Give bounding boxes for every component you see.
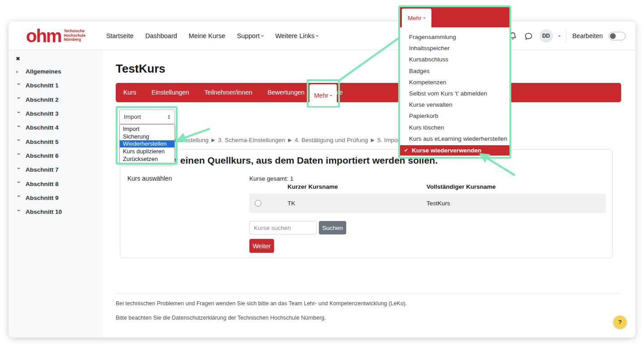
jump-menu-value: Import xyxy=(124,113,141,120)
nav-link-label: Weitere Links xyxy=(275,32,315,39)
jump-menu-select[interactable]: Import ▲ ▼ xyxy=(119,109,175,124)
sidebar-section-label: Abschnitt 3 xyxy=(26,110,59,117)
select-arrows-icon: ▲ ▼ xyxy=(168,114,170,120)
primary-nav: Startseite › Dashboard › Meine Kurse › xyxy=(106,32,318,39)
menu-item[interactable]: Badges xyxy=(400,65,509,77)
brand-logo-text: ohm xyxy=(26,28,61,44)
menu-item[interactable]: Selbst vom Kurs 't' abmelden xyxy=(400,88,509,99)
sidebar-section-item[interactable]: › Abschnitt 3 xyxy=(9,107,103,121)
course-table: TK TestKurs xyxy=(249,194,606,213)
nav-link-label: Support xyxy=(237,32,260,39)
course-select-label: Kurs auswählen xyxy=(127,175,172,182)
chevron-icon[interactable]: › xyxy=(16,209,22,214)
sidebar-section-label: Abschnitt 6 xyxy=(26,152,59,159)
sidebar-section-label: Abschnitt 10 xyxy=(26,208,62,215)
nav-link[interactable]: Startseite › xyxy=(106,32,134,39)
breadcrumb-steps: 2. Grundeinstellung ► 3. Schema-Einstell… xyxy=(156,137,435,143)
more-menu-items: FragensammlungInhaltsspeicherKursabschlu… xyxy=(400,31,509,144)
course-index-list: › Allgemeines › Abschnitt 1 › Abschnitt … xyxy=(9,65,103,219)
chevron-icon[interactable]: › xyxy=(16,182,22,186)
chevron-icon[interactable]: › xyxy=(16,69,21,75)
column-header-fullname: Vollständiger Kursname xyxy=(426,183,496,190)
sidebar-section-item[interactable]: › Abschnitt 6 xyxy=(9,149,103,163)
page-title: TestKurs xyxy=(116,62,165,76)
nav-link[interactable]: Weitere Links › xyxy=(275,32,318,39)
close-icon[interactable]: ✖ xyxy=(16,56,20,62)
chevron-icon[interactable]: › xyxy=(16,139,22,144)
radio-button[interactable] xyxy=(255,200,261,207)
avatar[interactable]: DD xyxy=(540,29,553,43)
brand-tagline-line: Nürnberg xyxy=(64,38,85,42)
nav-link-label: Startseite xyxy=(106,32,134,39)
tab-more[interactable]: Mehr › xyxy=(309,84,337,106)
chevron-down-icon: › xyxy=(315,35,320,37)
toggle-knob xyxy=(610,33,616,39)
footer-support-text: Bei technischen Problemen und Fragen wen… xyxy=(116,300,407,307)
sidebar-section-label: Abschnitt 7 xyxy=(26,166,59,173)
nav-link[interactable]: Dashboard › xyxy=(145,32,177,39)
chevron-down-icon: › xyxy=(329,95,334,96)
course-shortname-cell: TK xyxy=(287,200,426,207)
chat-icon[interactable] xyxy=(524,31,534,41)
course-total-label: Kurse gesamt: 1 xyxy=(249,175,293,182)
nav-link[interactable]: Support › xyxy=(237,32,263,39)
chevron-icon[interactable]: › xyxy=(16,125,22,130)
menu-item[interactable]: Kursabschluss xyxy=(400,54,509,65)
column-header-shortname: Kurzer Kursname xyxy=(287,183,338,190)
menu-item[interactable]: Kurs aus eLearning wiederherstellen xyxy=(400,133,509,144)
menu-item-active[interactable]: ✔ Kurse wiederverwenden xyxy=(400,145,509,156)
select-option[interactable]: Sicherung xyxy=(120,133,174,140)
continue-button[interactable]: Weiter xyxy=(249,239,274,253)
sidebar-section-item[interactable]: › Abschnitt 2 xyxy=(9,93,103,107)
search-button[interactable]: Suchen xyxy=(319,221,346,234)
course-tab[interactable]: Bewertungen xyxy=(260,83,312,102)
menu-item[interactable]: Kurse verwalten xyxy=(400,99,509,110)
sidebar-section-item[interactable]: › Abschnitt 8 xyxy=(9,177,103,191)
help-button[interactable]: ? xyxy=(614,316,627,329)
chevron-icon[interactable]: › xyxy=(16,97,22,102)
select-option[interactable]: Zurücksetzen xyxy=(120,155,174,163)
select-option[interactable]: Kurs duplizieren xyxy=(120,147,174,155)
nav-link[interactable]: Meine Kurse › xyxy=(189,32,225,39)
menu-item[interactable]: Inhaltsspeicher xyxy=(400,43,509,54)
edit-mode-toggle[interactable] xyxy=(609,32,626,40)
menu-item[interactable]: Kompetenzen xyxy=(400,77,509,88)
sidebar-section-item[interactable]: › Abschnitt 7 xyxy=(9,163,103,177)
tab-more-label: Mehr xyxy=(314,92,328,99)
course-tab[interactable]: Teilnehmer/innen xyxy=(197,83,260,102)
sidebar-section-item[interactable]: › Abschnitt 10 xyxy=(9,205,103,219)
menu-item[interactable]: Kurs löschen xyxy=(400,122,509,133)
course-fullname-cell: TestKurs xyxy=(426,200,606,207)
chevron-down-icon[interactable]: › xyxy=(557,35,562,37)
nav-link-label: Meine Kurse xyxy=(189,32,225,39)
chevron-icon[interactable]: › xyxy=(16,153,22,158)
chevron-icon[interactable]: › xyxy=(16,195,22,200)
menu-item[interactable]: Fragensammlung xyxy=(400,31,509,43)
sidebar-section-item[interactable]: › Abschnitt 5 xyxy=(9,134,103,148)
sidebar-section-item[interactable]: › Abschnitt 1 xyxy=(9,78,103,92)
sidebar-section-label: Abschnitt 8 xyxy=(26,181,59,187)
select-option[interactable]: Wiederherstellen xyxy=(120,140,174,148)
popup-more-tab[interactable]: Mehr › xyxy=(402,9,431,27)
sidebar-section-item[interactable]: › Allgemeines xyxy=(9,65,103,78)
course-tab[interactable]: Einstellungen xyxy=(144,83,197,102)
select-option[interactable]: Import xyxy=(120,125,174,133)
chevron-down-icon: › xyxy=(261,35,265,37)
menu-item[interactable]: Papierkorb xyxy=(400,110,509,121)
chevron-icon[interactable]: › xyxy=(16,167,22,172)
brand-logo[interactable]: ohm TechnischeHochschuleNürnberg xyxy=(26,28,86,44)
sidebar-section-item[interactable]: › Abschnitt 4 xyxy=(9,121,103,134)
sidebar-section-label: Allgemeines xyxy=(26,68,61,75)
jump-menu-options: Import Sicherung Wiederherstellen Kurs d… xyxy=(119,124,175,164)
sidebar-section-item[interactable]: › Abschnitt 9 xyxy=(9,191,103,205)
sidebar-section-label: Abschnitt 9 xyxy=(26,195,59,201)
chevron-icon[interactable]: › xyxy=(16,83,22,88)
sidebar-section-label: Abschnitt 4 xyxy=(26,124,59,131)
brand-tagline: TechnischeHochschuleNürnberg xyxy=(64,29,85,42)
course-tab[interactable]: Kurs xyxy=(116,83,144,102)
chevron-icon[interactable]: › xyxy=(16,111,22,116)
edit-mode-label: Bearbeiten xyxy=(572,32,603,39)
search-input[interactable] xyxy=(249,221,317,234)
import-course-panel: Wählen Sie einen Quellkurs, aus dem Date… xyxy=(120,149,613,258)
course-table-row[interactable]: TK TestKurs xyxy=(249,194,606,213)
